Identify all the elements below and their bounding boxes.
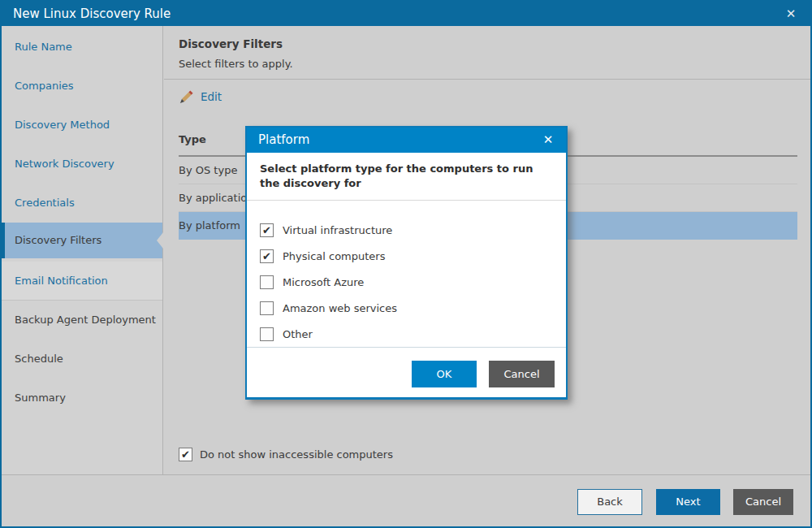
- checkbox-checked-icon[interactable]: ✔: [260, 249, 274, 263]
- option-other[interactable]: Other: [260, 321, 553, 347]
- page-title: Discovery Filters: [179, 37, 796, 50]
- platform-dialog-header: Platform ✕: [247, 128, 566, 153]
- platform-dialog-description-text: Select platform type for the computers t…: [260, 162, 549, 190]
- table-cell: By OS type: [179, 164, 237, 176]
- sidebar-item-summary[interactable]: Summary: [2, 379, 162, 418]
- sidebar-item-label: Companies: [15, 80, 74, 92]
- window-close-icon[interactable]: ✕: [781, 2, 801, 26]
- option-label: Other: [283, 328, 313, 340]
- back-button[interactable]: Back: [577, 489, 642, 515]
- sidebar-item-label: Backup Agent Deployment: [15, 314, 156, 326]
- sidebar-item-discovery-filters[interactable]: Discovery Filters: [2, 223, 162, 258]
- option-label: Amazon web services: [283, 302, 397, 314]
- platform-dialog: Platform ✕ Select platform type for the …: [245, 126, 568, 400]
- sidebar-item-label: Email Notification: [15, 275, 108, 287]
- platform-dialog-close-icon[interactable]: ✕: [538, 128, 558, 153]
- platform-dialog-description: Select platform type for the computers t…: [247, 153, 566, 201]
- table-cell: By platform: [179, 219, 240, 232]
- sidebar-item-rule-name[interactable]: Rule Name: [2, 28, 162, 67]
- title-bar: New Linux Discovery Rule ✕: [2, 2, 810, 26]
- option-physical-computers[interactable]: ✔ Physical computers: [260, 243, 553, 269]
- ok-button[interactable]: OK: [412, 361, 477, 387]
- next-button[interactable]: Next: [656, 489, 720, 515]
- sidebar-item-label: Discovery Filters: [15, 234, 102, 246]
- cancel-button[interactable]: Cancel: [733, 489, 793, 515]
- window-title: New Linux Discovery Rule: [13, 6, 171, 21]
- checkbox-checked-icon[interactable]: ✔: [260, 223, 274, 237]
- sidebar-item-label: Network Discovery: [15, 158, 114, 170]
- option-microsoft-azure[interactable]: Microsoft Azure: [260, 269, 553, 295]
- dialog-cancel-button[interactable]: Cancel: [489, 361, 555, 387]
- platform-dialog-footer: OK Cancel: [247, 347, 566, 397]
- page-header: Discovery Filters Select filters to appl…: [164, 26, 810, 80]
- wizard-window: New Linux Discovery Rule ✕ Rule Name Com…: [0, 0, 812, 528]
- checkbox-unchecked-icon[interactable]: [260, 301, 274, 315]
- option-virtual-infrastructure[interactable]: ✔ Virtual infrastructure: [260, 217, 553, 243]
- edit-button-label: Edit: [201, 90, 222, 103]
- option-label: Virtual infrastructure: [283, 224, 392, 236]
- checkbox-label: Do not show inaccessible computers: [200, 448, 393, 461]
- hide-inaccessible-checkbox[interactable]: ✔ Do not show inaccessible computers: [179, 448, 393, 461]
- wizard-footer: Back Next Cancel: [2, 474, 810, 526]
- checkbox-checked-icon[interactable]: ✔: [179, 448, 192, 461]
- sidebar-item-network-discovery[interactable]: Network Discovery: [2, 145, 162, 184]
- sidebar-item-email-notification[interactable]: Email Notification: [2, 262, 162, 301]
- sidebar-item-credentials[interactable]: Credentials: [2, 184, 162, 223]
- checkbox-unchecked-icon[interactable]: [260, 327, 274, 341]
- option-label: Physical computers: [283, 250, 385, 262]
- sidebar-item-backup-agent-deployment[interactable]: Backup Agent Deployment: [2, 301, 162, 340]
- sidebar-item-label: Discovery Method: [15, 119, 110, 131]
- table-cell: By application: [179, 192, 253, 204]
- checkbox-unchecked-icon[interactable]: [260, 275, 274, 289]
- sidebar-item-discovery-method[interactable]: Discovery Method: [2, 106, 162, 145]
- sidebar-item-label: Credentials: [15, 197, 75, 209]
- wizard-steps-sidebar: Rule Name Companies Discovery Method Net…: [2, 26, 163, 474]
- option-label: Microsoft Azure: [283, 276, 364, 288]
- option-amazon-web-services[interactable]: Amazon web services: [260, 295, 553, 321]
- platform-options-list: ✔ Virtual infrastructure ✔ Physical comp…: [247, 201, 566, 347]
- platform-dialog-title: Platform: [258, 132, 309, 147]
- sidebar-item-label: Schedule: [15, 353, 63, 365]
- sidebar-item-label: Summary: [15, 392, 66, 404]
- page-subtitle: Select filters to apply.: [179, 58, 796, 70]
- sidebar-item-companies[interactable]: Companies: [2, 67, 162, 106]
- sidebar-item-schedule[interactable]: Schedule: [2, 340, 162, 379]
- edit-button[interactable]: Edit: [179, 88, 222, 106]
- edit-pencil-icon: [179, 89, 194, 105]
- sidebar-item-label: Rule Name: [15, 41, 72, 53]
